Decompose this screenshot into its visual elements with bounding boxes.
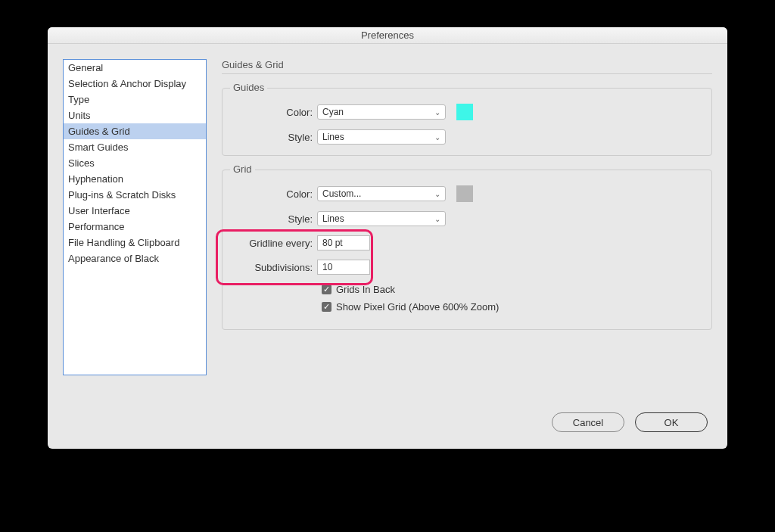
gridline-every-label: Gridline every: bbox=[233, 238, 313, 249]
show-pixel-grid-checkbox[interactable]: ✓ bbox=[322, 302, 331, 312]
grid-color-label: Color: bbox=[233, 188, 313, 200]
sidebar-item-ui[interactable]: User Interface bbox=[64, 203, 206, 219]
show-pixel-grid-label: Show Pixel Grid (Above 600% Zoom) bbox=[336, 301, 499, 313]
guides-fieldset: Guides Color: Cyan ⌄ Style: Lines ⌄ bbox=[222, 88, 712, 156]
sidebar-item-appearance-black[interactable]: Appearance of Black bbox=[64, 250, 206, 266]
grid-style-value: Lines bbox=[322, 213, 344, 224]
grid-style-select[interactable]: Lines ⌄ bbox=[317, 211, 446, 226]
chevron-down-icon: ⌄ bbox=[434, 108, 440, 117]
grid-color-value: Custom... bbox=[322, 188, 361, 199]
cancel-button[interactable]: Cancel bbox=[552, 412, 624, 432]
grid-style-label: Style: bbox=[233, 213, 313, 225]
guides-color-value: Cyan bbox=[322, 107, 344, 117]
sidebar-item-slices[interactable]: Slices bbox=[64, 155, 206, 171]
sidebar-item-hyphenation[interactable]: Hyphenation bbox=[64, 171, 206, 187]
guides-color-label: Color: bbox=[233, 107, 313, 118]
subdivisions-label: Subdivisions: bbox=[233, 262, 313, 273]
guides-style-label: Style: bbox=[233, 132, 313, 143]
dialog-footer: Cancel OK bbox=[48, 412, 727, 449]
chevron-down-icon: ⌄ bbox=[434, 215, 440, 223]
grid-color-select[interactable]: Custom... ⌄ bbox=[317, 186, 446, 201]
sidebar-item-guides-grid[interactable]: Guides & Grid bbox=[64, 123, 206, 139]
grid-fieldset: Grid Color: Custom... ⌄ Style: Lines ⌄ bbox=[222, 170, 712, 330]
main-panel: Guides & Grid Guides Color: Cyan ⌄ Style… bbox=[222, 59, 712, 397]
grids-in-back-label: Grids In Back bbox=[336, 284, 395, 295]
guides-style-select[interactable]: Lines ⌄ bbox=[317, 129, 446, 145]
guides-color-swatch[interactable] bbox=[456, 104, 473, 120]
sidebar-item-selection[interactable]: Selection & Anchor Display bbox=[64, 76, 206, 92]
chevron-down-icon: ⌄ bbox=[434, 190, 440, 198]
sidebar-item-units[interactable]: Units bbox=[64, 107, 206, 123]
guides-legend: Guides bbox=[230, 82, 267, 93]
preferences-window: Preferences General Selection & Anchor D… bbox=[48, 27, 727, 449]
sidebar-item-plugins[interactable]: Plug-ins & Scratch Disks bbox=[64, 187, 206, 203]
category-sidebar: General Selection & Anchor Display Type … bbox=[63, 59, 207, 375]
sidebar-item-general[interactable]: General bbox=[64, 60, 206, 76]
chevron-down-icon: ⌄ bbox=[434, 133, 440, 142]
grids-in-back-checkbox[interactable]: ✓ bbox=[322, 285, 331, 294]
sidebar-item-type[interactable]: Type bbox=[64, 92, 206, 107]
gridline-every-input[interactable]: 80 pt bbox=[317, 235, 370, 250]
sidebar-item-smart-guides[interactable]: Smart Guides bbox=[64, 139, 206, 155]
grid-color-swatch[interactable] bbox=[456, 185, 473, 202]
sidebar-item-file-handling[interactable]: File Handling & Clipboard bbox=[64, 235, 206, 250]
sidebar-item-performance[interactable]: Performance bbox=[64, 219, 206, 235]
guides-color-select[interactable]: Cyan ⌄ bbox=[317, 104, 446, 120]
content-area: General Selection & Anchor Display Type … bbox=[48, 44, 727, 412]
ok-button[interactable]: OK bbox=[635, 412, 708, 432]
grid-legend: Grid bbox=[230, 163, 255, 175]
guides-style-value: Lines bbox=[322, 132, 344, 142]
subdivisions-input[interactable]: 10 bbox=[317, 260, 370, 275]
panel-title: Guides & Grid bbox=[222, 59, 712, 74]
window-title: Preferences bbox=[48, 27, 727, 44]
